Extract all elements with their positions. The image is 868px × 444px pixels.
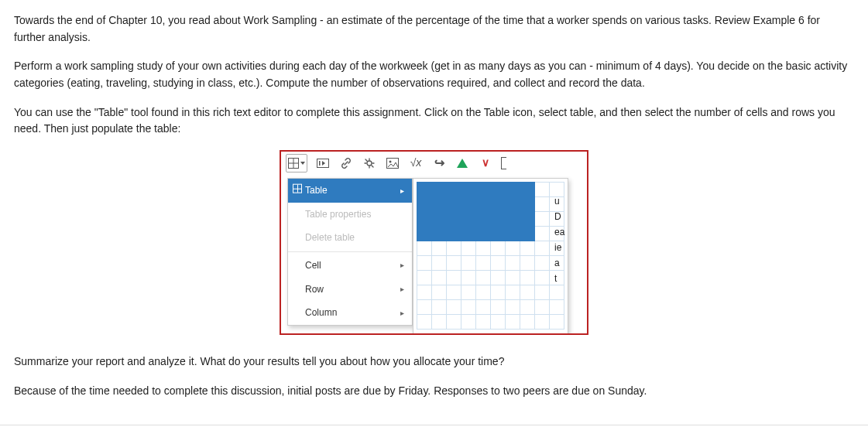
picker-cell[interactable] bbox=[417, 241, 432, 256]
picker-cell[interactable] bbox=[447, 212, 461, 227]
picker-cell[interactable] bbox=[535, 285, 550, 300]
picker-cell[interactable] bbox=[535, 315, 550, 330]
picker-cell[interactable] bbox=[447, 227, 461, 241]
picker-cell[interactable] bbox=[535, 300, 550, 315]
picker-cell[interactable] bbox=[520, 241, 535, 256]
picker-cell[interactable] bbox=[461, 256, 476, 271]
picker-cell[interactable] bbox=[491, 227, 506, 241]
picker-cell[interactable] bbox=[461, 197, 476, 212]
picker-cell[interactable] bbox=[432, 183, 447, 197]
table-size-picker[interactable]: 4 x 8 bbox=[413, 178, 568, 335]
picker-cell[interactable] bbox=[447, 256, 461, 271]
picker-cell[interactable] bbox=[447, 315, 461, 330]
picker-cell[interactable] bbox=[417, 285, 432, 300]
image-icon[interactable] bbox=[385, 155, 400, 171]
picker-cell[interactable] bbox=[432, 271, 447, 285]
picker-cell[interactable] bbox=[535, 212, 550, 227]
picker-cell[interactable] bbox=[476, 285, 491, 300]
picker-cell[interactable] bbox=[417, 271, 432, 285]
picker-cell[interactable] bbox=[432, 315, 447, 330]
embed-icon[interactable]: ↪ bbox=[431, 155, 447, 171]
link-icon[interactable] bbox=[338, 155, 354, 171]
picker-cell[interactable] bbox=[506, 183, 520, 197]
picker-cell[interactable] bbox=[491, 241, 506, 256]
picker-cell[interactable] bbox=[520, 315, 535, 330]
picker-cell[interactable] bbox=[535, 197, 550, 212]
picker-cell[interactable] bbox=[506, 241, 520, 256]
picker-cell[interactable] bbox=[447, 197, 461, 212]
picker-cell[interactable] bbox=[432, 300, 447, 315]
picker-cell[interactable] bbox=[491, 285, 506, 300]
picker-cell[interactable] bbox=[417, 212, 432, 227]
picker-cell[interactable] bbox=[461, 183, 476, 197]
math-icon[interactable]: √x bbox=[408, 155, 424, 171]
picker-cell[interactable] bbox=[476, 227, 491, 241]
picker-cell[interactable] bbox=[476, 212, 491, 227]
picker-cell[interactable] bbox=[520, 256, 535, 271]
picker-cell[interactable] bbox=[520, 285, 535, 300]
bracket-icon[interactable] bbox=[501, 157, 506, 169]
picker-cell[interactable] bbox=[535, 183, 550, 197]
unlink-icon[interactable] bbox=[362, 155, 377, 171]
picker-cell[interactable] bbox=[417, 227, 432, 241]
picker-cell[interactable] bbox=[417, 315, 432, 330]
picker-cell[interactable] bbox=[461, 285, 476, 300]
picker-cell[interactable] bbox=[461, 241, 476, 256]
picker-cell[interactable] bbox=[461, 271, 476, 285]
menu-table[interactable]: Table ▸ bbox=[288, 179, 412, 203]
picker-cell[interactable] bbox=[461, 212, 476, 227]
picker-cell[interactable] bbox=[476, 315, 491, 330]
picker-cell[interactable] bbox=[506, 300, 520, 315]
picker-cell[interactable] bbox=[432, 197, 447, 212]
picker-cell[interactable] bbox=[447, 183, 461, 197]
picker-cell[interactable] bbox=[476, 271, 491, 285]
picker-cell[interactable] bbox=[461, 300, 476, 315]
picker-cell[interactable] bbox=[447, 285, 461, 300]
picker-cell[interactable] bbox=[506, 197, 520, 212]
picker-cell[interactable] bbox=[520, 271, 535, 285]
picker-cell[interactable] bbox=[520, 227, 535, 241]
picker-cell[interactable] bbox=[491, 315, 506, 330]
picker-cell[interactable] bbox=[520, 300, 535, 315]
picker-cell[interactable] bbox=[491, 212, 506, 227]
picker-cell[interactable] bbox=[417, 197, 432, 212]
menu-cell[interactable]: Cell ▸ bbox=[288, 254, 412, 278]
code-block-icon[interactable] bbox=[315, 155, 331, 171]
picker-cell[interactable] bbox=[506, 212, 520, 227]
picker-cell[interactable] bbox=[417, 183, 432, 197]
picker-cell[interactable] bbox=[535, 271, 550, 285]
picker-cell[interactable] bbox=[520, 197, 535, 212]
menu-row[interactable]: Row ▸ bbox=[288, 278, 412, 302]
picker-cell[interactable] bbox=[520, 183, 535, 197]
picker-cell[interactable] bbox=[447, 300, 461, 315]
picker-cell[interactable] bbox=[506, 285, 520, 300]
picker-cell[interactable] bbox=[491, 197, 506, 212]
picker-cell[interactable] bbox=[550, 300, 564, 315]
picker-cell[interactable] bbox=[535, 227, 550, 241]
picker-cell[interactable] bbox=[506, 256, 520, 271]
picker-cell[interactable] bbox=[432, 241, 447, 256]
picker-cell[interactable] bbox=[506, 315, 520, 330]
picker-cell[interactable] bbox=[520, 212, 535, 227]
picker-cell[interactable] bbox=[417, 256, 432, 271]
picker-cell[interactable] bbox=[491, 256, 506, 271]
picker-cell[interactable] bbox=[506, 271, 520, 285]
picker-cell[interactable] bbox=[476, 241, 491, 256]
picker-cell[interactable] bbox=[432, 212, 447, 227]
picker-cell[interactable] bbox=[447, 241, 461, 256]
picker-cell[interactable] bbox=[417, 300, 432, 315]
picker-cell[interactable] bbox=[535, 241, 550, 256]
picker-cell[interactable] bbox=[432, 285, 447, 300]
menu-column[interactable]: Column ▸ bbox=[288, 301, 412, 325]
check-icon[interactable]: ∨ bbox=[478, 155, 493, 171]
drive-icon[interactable] bbox=[455, 155, 470, 171]
picker-cell[interactable] bbox=[476, 300, 491, 315]
picker-cell[interactable] bbox=[476, 197, 491, 212]
picker-cell[interactable] bbox=[461, 227, 476, 241]
picker-cell[interactable] bbox=[491, 300, 506, 315]
picker-cell[interactable] bbox=[491, 183, 506, 197]
picker-cell[interactable] bbox=[432, 256, 447, 271]
table-button[interactable] bbox=[286, 154, 307, 172]
picker-cell[interactable] bbox=[447, 271, 461, 285]
picker-cell[interactable] bbox=[461, 315, 476, 330]
